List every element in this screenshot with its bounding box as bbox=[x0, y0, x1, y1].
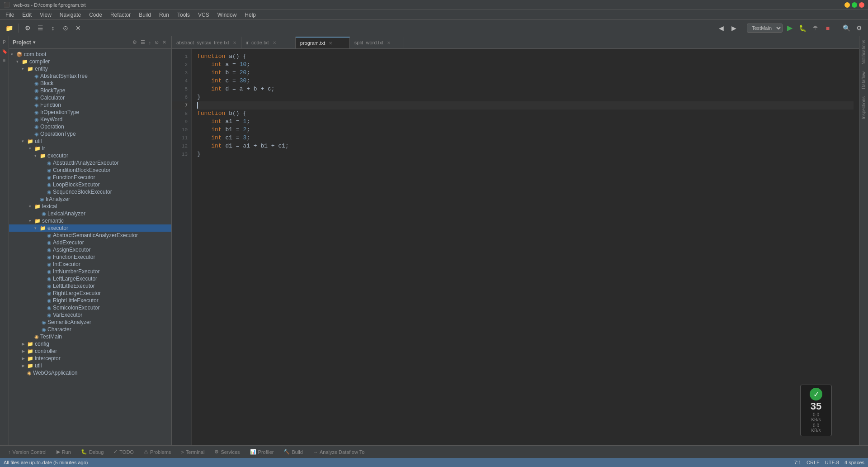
tree-item-controller[interactable]: ▶ 📁 controller bbox=[9, 348, 171, 355]
run-button[interactable]: ▶ bbox=[784, 23, 795, 33]
menu-help[interactable]: Help bbox=[241, 11, 259, 19]
bottom-tab-version-control[interactable]: ↑ Version Control bbox=[4, 448, 51, 456]
tree-item-character[interactable]: ◉ Character bbox=[9, 326, 171, 333]
tree-item-lexical[interactable]: ▾ 📁 lexical bbox=[9, 203, 171, 210]
tree-item-abstractirexecutor[interactable]: ◉ AbstractIrAnalyzerExecutor bbox=[9, 159, 171, 167]
tree-item-functionexecutor-semantic[interactable]: ◉ FunctionExecutor bbox=[9, 253, 171, 261]
bottom-tab-profiler[interactable]: 📊 Profiler bbox=[245, 448, 278, 456]
menu-file[interactable]: File bbox=[2, 11, 18, 19]
tree-item-rightlargeexecutor[interactable]: ◉ RightLargeExecutor bbox=[9, 290, 171, 297]
tab-abstract-syntax-tree[interactable]: abstract_syntax_tree.txt ✕ bbox=[172, 37, 241, 48]
panel-close-btn[interactable]: ✕ bbox=[161, 39, 168, 46]
menu-view[interactable]: View bbox=[36, 11, 55, 19]
tree-item-leftlargeexecutor[interactable]: ◉ LeftLargeExecutor bbox=[9, 275, 171, 282]
tree-item-comboot[interactable]: ▾ 📦 com.boot bbox=[9, 51, 171, 58]
status-line-col[interactable]: 7:1 bbox=[794, 460, 801, 465]
menu-navigate[interactable]: Navigate bbox=[56, 11, 85, 19]
bottom-tab-services[interactable]: ⚙ Services bbox=[210, 448, 244, 456]
tree-item-assignexecutor[interactable]: ◉ AssignExecutor bbox=[9, 246, 171, 253]
panel-settings-btn[interactable]: ⚙ bbox=[131, 39, 138, 46]
status-charset[interactable]: UTF-8 bbox=[825, 460, 839, 465]
tree-item-blocktype[interactable]: ◉ BlockType bbox=[9, 87, 171, 94]
tree-item-webosapp[interactable]: ◉ WebOsApplication bbox=[9, 369, 171, 376]
panel-filter-btn[interactable]: ⊙ bbox=[153, 39, 160, 46]
tab-close-ircode[interactable]: ✕ bbox=[273, 40, 276, 45]
run-config-select[interactable]: TestMain bbox=[747, 24, 783, 33]
filter-button[interactable]: ⊙ bbox=[60, 23, 71, 33]
minimize-button[interactable] bbox=[844, 2, 850, 8]
tree-item-semantic-executor[interactable]: ▾ 📁 executor bbox=[9, 224, 171, 232]
debug-button[interactable]: 🐛 bbox=[797, 23, 808, 33]
tree-item-varexecutor[interactable]: ◉ VarExecutor bbox=[9, 311, 171, 319]
coverage-button[interactable]: ☂ bbox=[810, 23, 821, 33]
back-button[interactable]: ◀ bbox=[716, 23, 726, 33]
collapse-all-button[interactable]: ☰ bbox=[35, 23, 46, 33]
menu-window[interactable]: Window bbox=[214, 11, 241, 19]
code-editor[interactable]: 1 2 3 4 5 6 7 8 9 10 11 12 13 function a… bbox=[172, 49, 859, 445]
tree-item-entity[interactable]: ▾ 📁 entity bbox=[9, 65, 171, 72]
bottom-tab-todo[interactable]: ✓ TODO bbox=[109, 448, 138, 456]
menu-refactor[interactable]: Refactor bbox=[107, 11, 134, 19]
tree-item-keyword[interactable]: ◉ KeyWord bbox=[9, 116, 171, 123]
menu-run[interactable]: Run bbox=[156, 11, 173, 19]
tree-item-calculator[interactable]: ◉ Calculator bbox=[9, 94, 171, 101]
menu-vcs[interactable]: VCS bbox=[194, 11, 213, 19]
tab-split-word[interactable]: split_word.txt ✕ bbox=[350, 37, 404, 48]
bottom-tab-problems[interactable]: ⚠ Problems bbox=[139, 448, 175, 456]
tree-item-compiler[interactable]: ▾ 📁 compiler bbox=[9, 58, 171, 65]
tree-item-semicolonexecutor[interactable]: ◉ SemicolonExecutor bbox=[9, 304, 171, 311]
tree-item-operationtype[interactable]: ◉ OperationType bbox=[9, 130, 171, 138]
structure-icon[interactable]: ≡ bbox=[0, 56, 9, 64]
settings2-button[interactable]: ⚙ bbox=[854, 23, 864, 33]
status-encoding[interactable]: CRLF bbox=[807, 460, 820, 465]
tab-ir-code[interactable]: ir_code.txt ✕ bbox=[241, 37, 296, 48]
tree-item-block[interactable]: ◉ Block bbox=[9, 80, 171, 87]
panel-collapse-btn[interactable]: ☰ bbox=[139, 39, 146, 46]
menu-edit[interactable]: Edit bbox=[19, 11, 35, 19]
project-icon[interactable]: P bbox=[0, 38, 9, 46]
tree-item-operation[interactable]: ◉ Operation bbox=[9, 123, 171, 130]
close-button[interactable] bbox=[859, 2, 864, 8]
tree-item-ir[interactable]: ▾ 📁 ir bbox=[9, 145, 171, 152]
tab-close-program[interactable]: ✕ bbox=[329, 41, 332, 46]
bottom-tab-analyze-dataflow[interactable]: → Analyze Dataflow To bbox=[308, 448, 369, 456]
tree-item-functionexecutor-ir[interactable]: ◉ FunctionExecutor bbox=[9, 174, 171, 181]
tree-item-util2[interactable]: ▶ 📁 util bbox=[9, 362, 171, 369]
panel-sort-btn[interactable]: ↕ bbox=[147, 39, 153, 46]
code-content[interactable]: function a() { int a = 10; int b = 20; i… bbox=[192, 49, 859, 445]
tree-item-config[interactable]: ▶ 📁 config bbox=[9, 340, 171, 348]
bottom-tab-debug[interactable]: 🐛 Debug bbox=[76, 448, 108, 456]
status-indent[interactable]: 4 spaces bbox=[844, 460, 864, 465]
tree-item-addexecutor[interactable]: ◉ AddExecutor bbox=[9, 239, 171, 246]
tree-item-semanticanalyzer[interactable]: ◉ SemanticAnalyzer bbox=[9, 319, 171, 326]
maximize-button[interactable] bbox=[852, 2, 857, 8]
tree-item-testmain[interactable]: ◉ TestMain bbox=[9, 333, 171, 340]
tree-item-function[interactable]: ◉ Function bbox=[9, 101, 171, 109]
inspections-panel-icon[interactable]: Inspections bbox=[861, 95, 866, 121]
menu-tools[interactable]: Tools bbox=[174, 11, 193, 19]
tree-item-intnumberexecutor[interactable]: ◉ IntNumberExecutor bbox=[9, 268, 171, 275]
tab-program[interactable]: program.txt ✕ bbox=[296, 37, 350, 48]
bottom-tab-run[interactable]: ▶ Run bbox=[52, 448, 75, 456]
tab-close-ast[interactable]: ✕ bbox=[233, 40, 236, 45]
tree-item-lexicalanalyzer[interactable]: ◉ LexicalAnalyzer bbox=[9, 210, 171, 217]
menu-code[interactable]: Code bbox=[85, 11, 106, 19]
tree-item-semantic[interactable]: ▾ 📁 semantic bbox=[9, 217, 171, 224]
project-view-button[interactable]: 📁 bbox=[4, 23, 14, 33]
dataflow-panel-icon[interactable]: Dataflow bbox=[861, 70, 866, 91]
settings-button[interactable]: ⚙ bbox=[22, 23, 33, 33]
bottom-tab-build[interactable]: 🔨 Build bbox=[279, 448, 307, 456]
sort-button[interactable]: ↕ bbox=[47, 23, 58, 33]
search-everywhere-button[interactable]: 🔍 bbox=[841, 23, 852, 33]
tree-item-sequenceexecutor[interactable]: ◉ SequenceBlockExecutor bbox=[9, 188, 171, 195]
tree-item-util[interactable]: ▾ 📁 util bbox=[9, 138, 171, 145]
tree-item-ir-executor[interactable]: ▾ 📁 executor bbox=[9, 152, 171, 159]
bottom-tab-terminal[interactable]: > Terminal bbox=[176, 448, 209, 456]
tree-item-iranalyzer[interactable]: ◉ IrAnalyzer bbox=[9, 195, 171, 203]
tree-item-loopexecutor[interactable]: ◉ LoopBlockExecutor bbox=[9, 181, 171, 188]
stop-button[interactable]: ■ bbox=[822, 23, 833, 33]
tree-item-conditionexecutor[interactable]: ◉ ConditionBlockExecutor bbox=[9, 167, 171, 174]
tree-item-leftlittleexecutor[interactable]: ◉ LeftLittleExecutor bbox=[9, 282, 171, 290]
tree-item-abstractsyntaxtree[interactable]: ◉ AbstractSyntaxTree bbox=[9, 72, 171, 80]
bookmark-icon[interactable]: 🔖 bbox=[0, 47, 9, 55]
